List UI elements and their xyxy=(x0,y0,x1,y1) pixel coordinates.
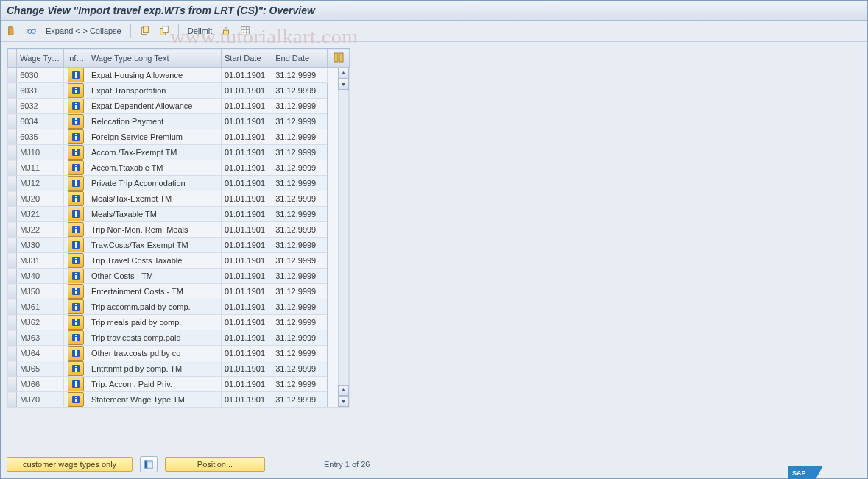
row-selector[interactable] xyxy=(8,269,17,284)
toggle-icon[interactable] xyxy=(5,24,20,38)
row-selector[interactable] xyxy=(8,68,17,83)
cell-long-text[interactable]: Trip Non-Mon. Rem. Meals xyxy=(88,222,221,238)
row-selector[interactable] xyxy=(8,253,17,269)
cell-end-date[interactable]: 31.12.9999 xyxy=(272,315,328,330)
col-end-date[interactable]: End Date xyxy=(272,49,328,68)
cell-wage-type[interactable]: MJ40 xyxy=(17,269,64,284)
cell-end-date[interactable]: 31.12.9999 xyxy=(272,238,328,253)
row-selector[interactable] xyxy=(8,361,17,377)
info-icon[interactable] xyxy=(68,269,84,283)
info-icon[interactable] xyxy=(68,207,84,221)
col-info[interactable]: Inf… xyxy=(64,49,88,68)
cell-wage-type[interactable]: 6034 xyxy=(17,114,64,129)
info-icon[interactable] xyxy=(68,160,84,175)
cell-start-date[interactable]: 01.01.1901 xyxy=(222,191,272,207)
customer-wage-types-button[interactable]: customer wage types only xyxy=(7,457,133,472)
delimit-button[interactable]: Delimit xyxy=(186,26,215,35)
expand-collapse-button[interactable]: Expand <-> Collapse xyxy=(43,26,124,35)
row-selector[interactable] xyxy=(8,114,17,129)
cell-start-date[interactable]: 01.01.1901 xyxy=(222,315,272,330)
cell-start-date[interactable]: 01.01.1901 xyxy=(222,253,272,269)
table-config-button[interactable] xyxy=(328,49,350,68)
cell-start-date[interactable]: 01.01.1901 xyxy=(222,207,272,222)
cell-start-date[interactable]: 01.01.1901 xyxy=(222,299,272,315)
cell-start-date[interactable]: 01.01.1901 xyxy=(222,361,272,377)
row-selector[interactable] xyxy=(8,330,17,346)
cell-end-date[interactable]: 31.12.9999 xyxy=(272,253,328,269)
cell-long-text[interactable]: Trip trav.costs comp.paid xyxy=(88,330,221,346)
cell-wage-type[interactable]: MJ11 xyxy=(17,160,64,176)
cell-end-date[interactable]: 31.12.9999 xyxy=(272,392,328,408)
cell-wage-type[interactable]: MJ64 xyxy=(17,346,64,361)
row-selector[interactable] xyxy=(8,299,17,315)
cell-end-date[interactable]: 31.12.9999 xyxy=(272,129,328,145)
row-selector[interactable] xyxy=(8,207,17,222)
info-icon[interactable] xyxy=(68,330,84,345)
row-selector[interactable] xyxy=(8,392,17,408)
cell-end-date[interactable]: 31.12.9999 xyxy=(272,114,328,129)
cell-wage-type[interactable]: MJ31 xyxy=(17,253,64,269)
cell-long-text[interactable]: Other trav.costs pd by co xyxy=(88,346,221,361)
cell-long-text[interactable]: Trip meals paid by comp. xyxy=(88,315,221,330)
row-selector[interactable] xyxy=(8,160,17,176)
glasses-icon[interactable] xyxy=(24,24,39,38)
cell-long-text[interactable]: Relocation Payment xyxy=(88,114,221,129)
info-icon[interactable] xyxy=(68,346,84,361)
info-icon[interactable] xyxy=(68,176,84,191)
cell-end-date[interactable]: 31.12.9999 xyxy=(272,361,328,377)
info-icon[interactable] xyxy=(68,392,84,407)
cell-start-date[interactable]: 01.01.1901 xyxy=(222,99,272,114)
cell-wage-type[interactable]: MJ20 xyxy=(17,191,64,207)
cell-start-date[interactable]: 01.01.1901 xyxy=(222,222,272,238)
info-icon[interactable] xyxy=(68,315,84,330)
cell-start-date[interactable]: 01.01.1901 xyxy=(222,160,272,176)
cell-long-text[interactable]: Trip. Accom. Paid Priv. xyxy=(88,377,221,392)
cell-start-date[interactable]: 01.01.1901 xyxy=(222,392,272,408)
position-button[interactable]: Position... xyxy=(165,457,265,472)
cell-long-text[interactable]: Entrtnmt pd by comp. TM xyxy=(88,361,221,377)
cell-start-date[interactable]: 01.01.1901 xyxy=(222,269,272,284)
cell-start-date[interactable]: 01.01.1901 xyxy=(222,129,272,145)
cell-wage-type[interactable]: MJ30 xyxy=(17,238,64,253)
cell-end-date[interactable]: 31.12.9999 xyxy=(272,83,328,99)
cell-end-date[interactable]: 31.12.9999 xyxy=(272,377,328,392)
cell-wage-type[interactable]: 6030 xyxy=(17,68,64,83)
row-selector[interactable] xyxy=(8,129,17,145)
info-icon[interactable] xyxy=(68,222,84,237)
cell-end-date[interactable]: 31.12.9999 xyxy=(272,160,328,176)
cell-long-text[interactable]: Meals/Taxable TM xyxy=(88,207,221,222)
copy2-icon[interactable] xyxy=(157,24,172,38)
col-start-date[interactable]: Start Date xyxy=(222,49,272,68)
row-selector[interactable] xyxy=(8,238,17,253)
cell-long-text[interactable]: Expat Dependent Allowance xyxy=(88,99,221,114)
row-selector[interactable] xyxy=(8,99,17,114)
cell-start-date[interactable]: 01.01.1901 xyxy=(222,238,272,253)
cell-wage-type[interactable]: 6031 xyxy=(17,83,64,99)
cell-start-date[interactable]: 01.01.1901 xyxy=(222,330,272,346)
info-icon[interactable] xyxy=(68,145,84,160)
row-selector[interactable] xyxy=(8,176,17,191)
info-icon[interactable] xyxy=(68,284,84,299)
cell-wage-type[interactable]: MJ62 xyxy=(17,315,64,330)
cell-start-date[interactable]: 01.01.1901 xyxy=(222,68,272,83)
cell-wage-type[interactable]: 6032 xyxy=(17,99,64,114)
table-icon[interactable] xyxy=(238,24,253,38)
cell-wage-type[interactable]: MJ12 xyxy=(17,176,64,191)
cell-long-text[interactable]: Statement Wage Type TM xyxy=(88,392,221,408)
cell-start-date[interactable]: 01.01.1901 xyxy=(222,145,272,160)
row-selector[interactable] xyxy=(8,145,17,160)
copy-icon[interactable] xyxy=(138,24,152,38)
info-icon[interactable] xyxy=(68,253,84,268)
info-icon[interactable] xyxy=(68,377,84,391)
info-icon[interactable] xyxy=(68,129,84,144)
cell-wage-type[interactable]: MJ70 xyxy=(17,392,64,408)
cell-long-text[interactable]: Entertainment Costs - TM xyxy=(88,284,221,299)
info-icon[interactable] xyxy=(68,299,84,314)
scrollbar[interactable] xyxy=(328,68,350,408)
lock-icon[interactable] xyxy=(219,24,233,38)
row-selector[interactable] xyxy=(8,191,17,207)
info-icon[interactable] xyxy=(68,68,84,82)
row-selector[interactable] xyxy=(8,377,17,392)
cell-start-date[interactable]: 01.01.1901 xyxy=(222,83,272,99)
row-selector[interactable] xyxy=(8,346,17,361)
